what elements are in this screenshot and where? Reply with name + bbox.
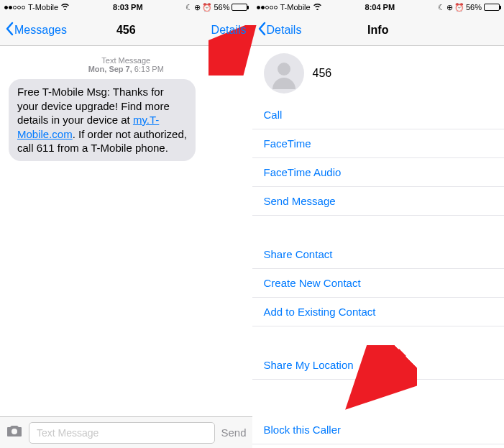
alarm-icon: ⏰ — [454, 3, 464, 12]
status-bar: T-Mobile 8:03 PM ☾ ⊕ ⏰ 56% — [0, 0, 252, 14]
battery-percent: 56% — [466, 3, 482, 12]
clock: 8:03 PM — [113, 3, 143, 12]
chevron-left-icon — [6, 22, 14, 39]
back-label: Details — [267, 24, 302, 37]
message-bubble[interactable]: Free T-Mobile Msg: Thanks for your devic… — [9, 79, 196, 161]
avatar — [264, 53, 304, 93]
camera-icon[interactable] — [6, 424, 23, 442]
action-share-contact[interactable]: Share Contact — [252, 240, 505, 269]
back-button[interactable]: Messages — [6, 22, 67, 39]
status-left: T-Mobile — [4, 3, 70, 12]
contact-info-pane: T-Mobile 8:04 PM ☾ ⊕ ⏰ 56% Details Info — [252, 0, 505, 448]
action-send-message[interactable]: Send Message — [252, 187, 505, 216]
details-button[interactable]: Details — [211, 24, 247, 37]
action-group-contact: Share Contact Create New Contact Add to … — [252, 240, 505, 326]
alarm-icon: ⏰ — [202, 3, 212, 12]
battery-icon — [232, 4, 247, 11]
nav-bar: Messages 456 Details — [0, 14, 252, 46]
moon-icon: ☾ — [438, 3, 445, 12]
action-block-caller[interactable]: Block this Caller — [252, 416, 505, 444]
action-add-existing-contact[interactable]: Add to Existing Contact — [252, 298, 505, 326]
wifi-icon — [60, 3, 70, 12]
compose-bar: Send — [0, 416, 252, 448]
back-label: Messages — [14, 24, 67, 37]
message-row: Free T-Mobile Msg: Thanks for your devic… — [0, 75, 252, 165]
status-bar: T-Mobile 8:04 PM ☾ ⊕ ⏰ 56% — [252, 0, 505, 14]
messages-conversation-pane: T-Mobile 8:03 PM ☾ ⊕ ⏰ 56% Messages 456 … — [0, 0, 252, 448]
status-right: ☾ ⊕ ⏰ 56% — [438, 3, 500, 12]
carrier-label: T-Mobile — [28, 3, 58, 12]
back-button[interactable]: Details — [258, 22, 302, 39]
clock: 8:04 PM — [365, 3, 395, 12]
svg-point-0 — [278, 63, 290, 76]
status-right: ☾ ⊕ ⏰ 56% — [185, 3, 247, 12]
moon-icon: ☾ — [185, 3, 193, 12]
battery-icon — [484, 4, 500, 11]
chevron-left-icon — [258, 22, 267, 39]
action-facetime[interactable]: FaceTime — [252, 129, 505, 158]
contact-name: 456 — [313, 67, 332, 80]
action-facetime-audio[interactable]: FaceTime Audio — [252, 158, 505, 187]
action-share-location[interactable]: Share My Location — [252, 351, 505, 380]
conversation-body: Text Message Mon, Sep 7, 6:13 PM Free T-… — [0, 46, 252, 416]
signal-strength-icon — [257, 6, 278, 9]
lock-icon: ⊕ — [194, 3, 201, 12]
message-timestamp: Text Message Mon, Sep 7, 6:13 PM — [0, 56, 252, 73]
nav-bar: Details Info — [252, 14, 505, 46]
signal-strength-icon — [4, 6, 25, 9]
battery-percent: 56% — [214, 3, 229, 12]
action-create-new-contact[interactable]: Create New Contact — [252, 269, 505, 298]
action-group-location: Share My Location — [252, 351, 505, 380]
action-group-communicate: Call FaceTime FaceTime Audio Send Messag… — [252, 101, 505, 216]
send-button[interactable]: Send — [221, 426, 246, 439]
carrier-label: T-Mobile — [280, 3, 311, 12]
action-group-block: Block this Caller — [252, 416, 505, 444]
status-left: T-Mobile — [257, 3, 322, 12]
action-call[interactable]: Call — [252, 101, 505, 129]
message-input[interactable] — [29, 422, 215, 444]
wifi-icon — [313, 3, 322, 12]
lock-icon: ⊕ — [446, 3, 453, 12]
contact-header: 456 — [252, 46, 505, 101]
